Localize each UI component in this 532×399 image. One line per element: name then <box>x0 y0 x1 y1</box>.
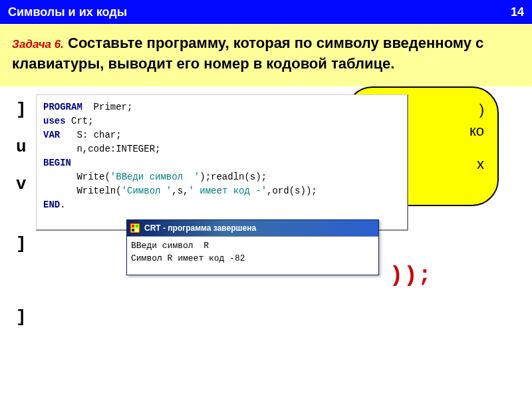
frag-2: u <box>16 137 27 157</box>
kw-begin: BEGIN <box>43 158 71 168</box>
task-label: Задача 6. <box>12 38 64 51</box>
svg-rect-2 <box>136 225 138 227</box>
code-l7a: Writeln( <box>43 186 122 196</box>
content-area: ) ко х ] u v ] ] )); PROGRAM Primer; use… <box>0 86 532 379</box>
kw-program: PROGRAM <box>43 102 82 112</box>
code-l3: S: char; <box>60 130 121 140</box>
task-text: Составьте программу, которая по символу … <box>12 35 483 72</box>
code-l2: Crt; <box>66 116 94 126</box>
code-l1: Primer; <box>82 102 133 112</box>
slide-title: Символы и их коды <box>8 5 127 19</box>
frag-5: ] <box>16 307 27 327</box>
frag-1: ] <box>16 100 27 120</box>
app-icon <box>130 223 140 233</box>
code-l7b: ,s, <box>172 186 188 196</box>
svg-rect-1 <box>132 225 134 227</box>
crt-title-text: CRT - программа завершена <box>144 223 256 233</box>
slide-number: 14 <box>511 5 524 19</box>
frag-4: ] <box>16 234 27 254</box>
code-l8: . <box>60 200 65 210</box>
svg-rect-4 <box>136 229 138 231</box>
code-l6a: Write( <box>43 172 110 182</box>
crt-output-window: CRT - программа завершена ВВеди символ R… <box>126 219 379 275</box>
code-l7c: ,ord(s)); <box>267 186 317 196</box>
frag-3: v <box>16 174 27 194</box>
code-l6b: );readln(s); <box>200 172 267 182</box>
slide-header: Символы и их коды 14 <box>0 0 532 24</box>
crt-titlebar[interactable]: CRT - программа завершена <box>127 220 378 236</box>
crt-line-2: Символ R имеет код -82 <box>131 253 245 263</box>
code-l6s: 'ВВеди символ ' <box>110 172 200 182</box>
kw-var: VAR <box>43 130 60 140</box>
background-code-fragments: ] u v ] ] <box>16 100 27 344</box>
task-description: Задача 6. Составьте программу, которая п… <box>0 24 532 86</box>
code-l7s2: ' имеет код -' <box>188 186 267 196</box>
crt-line-1: ВВеди символ R <box>131 241 209 251</box>
kw-uses: uses <box>43 116 66 126</box>
red-parens: )); <box>390 263 432 288</box>
code-l4: n,code:INTEGER; <box>43 144 160 154</box>
kw-end: END <box>43 200 60 210</box>
crt-output-body: ВВеди символ R Символ R имеет код -82 <box>127 236 378 275</box>
code-l7s1: 'Символ ' <box>122 186 172 196</box>
svg-rect-3 <box>132 229 134 231</box>
code-editor-window: PROGRAM Primer; uses Crt; VAR S: char; n… <box>36 94 408 231</box>
